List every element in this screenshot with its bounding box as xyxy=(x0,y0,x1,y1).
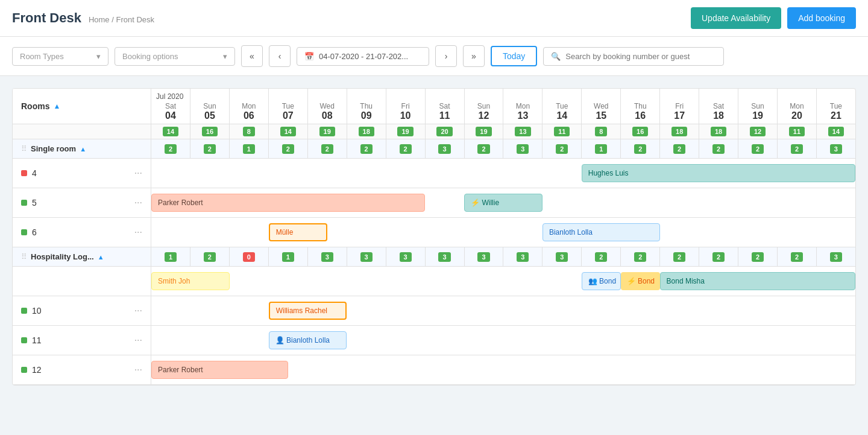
avail-badge[interactable]: 11 xyxy=(554,127,570,136)
avail-badge[interactable]: 13 xyxy=(515,127,530,136)
booking-bar[interactable]: Parker Robert xyxy=(151,194,425,212)
avail-badge[interactable]: 19 xyxy=(319,127,335,136)
avail-badge[interactable]: 16 xyxy=(632,127,648,136)
search-input[interactable] xyxy=(565,52,716,61)
group-avail-badge[interactable]: 2 xyxy=(752,144,764,154)
group-avail-badge[interactable]: 3 xyxy=(477,252,489,262)
group-avail-badge[interactable]: 2 xyxy=(712,252,725,262)
avail-badge[interactable]: 19 xyxy=(397,127,413,136)
group-avail-badge[interactable]: 2 xyxy=(634,144,646,154)
room-menu-icon[interactable]: ··· xyxy=(134,364,142,375)
search-box[interactable]: 🔍 xyxy=(543,47,724,66)
room-types-select[interactable]: Room Types ▾ xyxy=(12,47,108,66)
group-avail-badge[interactable]: 2 xyxy=(360,144,373,154)
avail-badge[interactable]: 8 xyxy=(595,127,607,136)
nav-next-button[interactable]: › xyxy=(435,45,457,67)
room-menu-icon[interactable]: ··· xyxy=(134,168,142,179)
add-booking-button[interactable]: Add booking xyxy=(787,7,856,29)
calendar-icon: 📅 xyxy=(304,52,314,61)
room-menu-icon[interactable]: ··· xyxy=(134,335,142,346)
booking-bar[interactable]: 👤 Bianloth Lolla xyxy=(269,331,347,349)
room-number: 10 xyxy=(32,306,42,316)
avail-cell: 18 xyxy=(347,124,386,139)
avail-badge[interactable]: 18 xyxy=(359,127,374,136)
today-button[interactable]: Today xyxy=(491,46,537,66)
group-avail-badge[interactable]: 3 xyxy=(438,252,450,262)
group-avail-badge[interactable]: 3 xyxy=(517,144,529,154)
room-timeline-5: Parker Robert⚡ Willie xyxy=(151,188,855,217)
avail-badge[interactable]: 8 xyxy=(243,127,255,136)
group-avail-badge[interactable]: 2 xyxy=(321,144,333,154)
group-avail-badge[interactable]: 3 xyxy=(830,144,842,154)
group-avail-badge[interactable]: 2 xyxy=(595,252,607,262)
nav-prev-prev-button[interactable]: « xyxy=(241,45,263,67)
avail-badge[interactable]: 11 xyxy=(789,127,805,136)
group-avail-badge[interactable]: 3 xyxy=(830,252,842,262)
avail-badge[interactable]: 14 xyxy=(828,127,844,136)
booking-bar[interactable]: Bond Misha xyxy=(660,272,855,290)
avail-cell: 14 xyxy=(269,124,308,139)
group-avail-cell: 2 xyxy=(190,139,230,158)
avail-badge[interactable]: 20 xyxy=(436,127,452,136)
header: Front Desk Home / Front Desk Update Avai… xyxy=(0,0,868,37)
day-col-Fri-10: Fri10 xyxy=(386,89,426,124)
group-avail-badge[interactable]: 2 xyxy=(634,252,646,262)
group-avail-badge[interactable]: 3 xyxy=(556,252,568,262)
group-avail-badge[interactable]: 2 xyxy=(282,144,294,154)
group-avail-badge[interactable]: 2 xyxy=(204,252,216,262)
day-col-Thu-16: Thu16 xyxy=(621,89,660,124)
group-avail-badge[interactable]: 2 xyxy=(752,252,764,262)
booking-bar[interactable]: Bianloth Lolla xyxy=(542,223,660,241)
booking-bar[interactable]: Parker Robert xyxy=(151,361,288,379)
room-row-12: 12···Parker Robert xyxy=(13,355,855,385)
group-avail-badge[interactable]: 2 xyxy=(673,144,685,154)
booking-bar[interactable]: Williams Rachel xyxy=(269,302,347,320)
room-number: 5 xyxy=(32,198,37,208)
nav-next-next-button[interactable]: » xyxy=(463,45,485,67)
booking-bar[interactable]: Hughes Luis xyxy=(582,164,855,182)
group-avail-badge[interactable]: 3 xyxy=(517,252,529,262)
avail-badge[interactable]: 14 xyxy=(163,127,178,136)
booking-bar[interactable]: ⚡ Bond xyxy=(621,272,660,290)
avail-badge[interactable]: 14 xyxy=(280,127,296,136)
group-avail-badge[interactable]: 2 xyxy=(791,144,803,154)
booking-bar[interactable]: Smith Joh xyxy=(151,272,230,290)
group-avail-cell: 3 xyxy=(542,247,582,266)
group-avail-badge[interactable]: 1 xyxy=(595,144,607,154)
group-avail-badge[interactable]: 2 xyxy=(204,144,216,154)
group-row-1: ⠿Hospitality Log...▲120133333332222223 xyxy=(13,247,855,267)
update-availability-button[interactable]: Update Availability xyxy=(691,7,781,29)
group-avail-badge[interactable]: 1 xyxy=(243,144,255,154)
group-avail-badge[interactable]: 2 xyxy=(791,252,803,262)
room-menu-icon[interactable]: ··· xyxy=(134,305,142,316)
date-range-display[interactable]: 📅 04-07-2020 - 21-07-202... xyxy=(297,47,429,66)
group-avail-badge[interactable]: 3 xyxy=(400,252,412,262)
group-avail-cell: 2 xyxy=(738,139,778,158)
group-avail-badge[interactable]: 2 xyxy=(165,144,177,154)
avail-badge[interactable]: 12 xyxy=(750,127,766,136)
group-avail-badge[interactable]: 3 xyxy=(438,144,450,154)
group-avail-badge[interactable]: 2 xyxy=(673,252,685,262)
booking-bar[interactable]: 👥 Bond xyxy=(582,272,621,290)
room-menu-icon[interactable]: ··· xyxy=(134,227,142,238)
booking-options-select[interactable]: Booking options ▾ xyxy=(115,47,235,66)
avail-badge[interactable]: 18 xyxy=(671,127,687,136)
group-avail-badge[interactable]: 2 xyxy=(477,144,489,154)
avail-badge[interactable]: 16 xyxy=(202,127,218,136)
avail-cell: 16 xyxy=(621,124,660,139)
avail-badge[interactable]: 18 xyxy=(711,127,726,136)
group-avail-badge[interactable]: 1 xyxy=(165,252,177,262)
group-avail-badge[interactable]: 2 xyxy=(400,144,412,154)
avail-badge[interactable]: 19 xyxy=(476,127,491,136)
group-avail-badge[interactable]: 1 xyxy=(282,252,294,262)
room-menu-icon[interactable]: ··· xyxy=(134,197,142,208)
nav-prev-button[interactable]: ‹ xyxy=(269,45,291,67)
group-avail-badge[interactable]: 0 xyxy=(243,252,255,262)
group-avail-badge[interactable]: 2 xyxy=(556,144,568,154)
group-avail-badge[interactable]: 3 xyxy=(321,252,333,262)
booking-bar[interactable]: ⚡ Willie xyxy=(464,194,542,212)
booking-bar[interactable]: Mülle xyxy=(269,223,327,241)
room-types-label: Room Types xyxy=(20,52,64,61)
group-avail-badge[interactable]: 3 xyxy=(360,252,373,262)
group-avail-badge[interactable]: 2 xyxy=(712,144,725,154)
